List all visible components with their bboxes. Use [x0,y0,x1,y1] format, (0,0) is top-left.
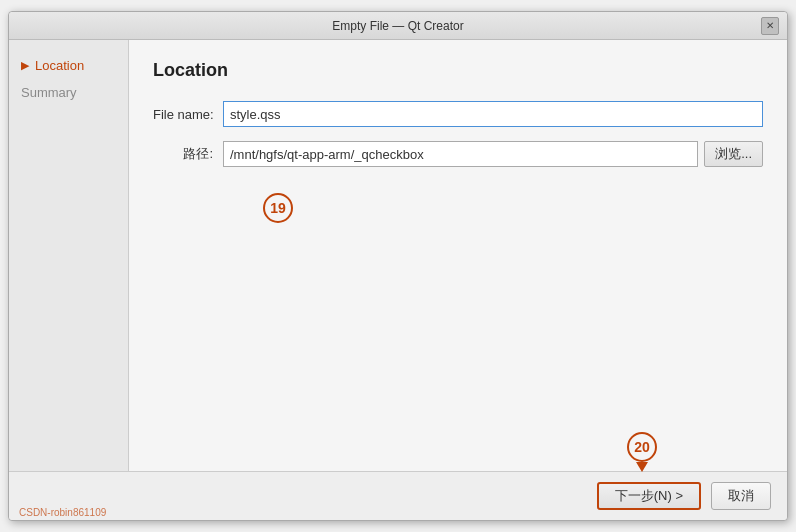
sidebar: ▶ Location Summary [9,40,129,471]
cancel-button[interactable]: 取消 [711,482,771,510]
main-content: Location File name: 路径: 浏览... 19 [129,40,787,471]
annotation-arrow-icon [636,462,648,472]
close-button[interactable]: ✕ [761,17,779,35]
path-label: 路径: [153,145,213,163]
annotation-19: 19 [263,193,293,223]
path-input[interactable] [223,141,698,167]
footer: 20 下一步(N) > 取消 CSDN-robin861109 [9,471,787,520]
window-title: Empty File — Qt Creator [35,19,761,33]
filename-label: File name: [153,107,213,122]
path-input-group: 浏览... [223,141,763,167]
annotation-19-area: 19 [233,185,763,223]
sidebar-item-location[interactable]: ▶ Location [9,52,128,79]
path-row: 路径: 浏览... [153,141,763,167]
sidebar-summary-label: Summary [21,85,77,100]
filename-row: File name: [153,101,763,127]
next-button[interactable]: 下一步(N) > [597,482,701,510]
browse-button[interactable]: 浏览... [704,141,763,167]
watermark: CSDN-robin861109 [19,507,106,518]
active-arrow-icon: ▶ [21,59,29,72]
filename-input[interactable] [223,101,763,127]
main-window: Empty File — Qt Creator ✕ ▶ Location Sum… [8,11,788,521]
sidebar-item-summary[interactable]: Summary [9,79,128,106]
page-title: Location [153,60,763,81]
dialog-content: ▶ Location Summary Location File name: 路… [9,40,787,471]
sidebar-location-label: Location [35,58,84,73]
titlebar: Empty File — Qt Creator ✕ [9,12,787,40]
annotation-20-area: 20 [627,432,657,472]
annotation-20: 20 [627,432,657,462]
